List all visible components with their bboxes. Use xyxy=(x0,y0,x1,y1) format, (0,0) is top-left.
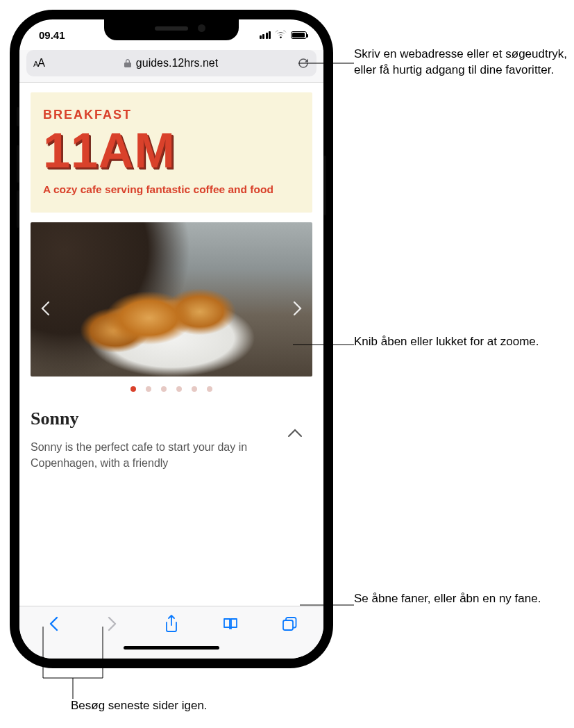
screen: 09.41 AA guide xyxy=(19,19,323,659)
web-content[interactable]: BREAKFAST 11AM A cozy cafe serving fanta… xyxy=(19,83,323,606)
article: Sonny Sonny is the perfect cafe to start… xyxy=(31,404,312,471)
reader-text-size-button[interactable]: AA xyxy=(33,57,44,69)
carousel-prev-button[interactable] xyxy=(35,298,56,319)
forward-button[interactable] xyxy=(97,609,128,639)
svg-rect-0 xyxy=(283,620,293,630)
callout-history: Besøg seneste sider igen. xyxy=(71,697,208,713)
collapse-icon[interactable] xyxy=(287,428,303,440)
lock-icon xyxy=(124,58,132,68)
article-body: Sonny is the perfect cafe to start your … xyxy=(31,439,312,471)
image-carousel[interactable] xyxy=(31,222,312,395)
bookmarks-button[interactable] xyxy=(215,609,246,639)
callout-url: Skriv en webadresse eller et søgeudtryk,… xyxy=(354,46,569,78)
wifi-icon xyxy=(275,31,287,39)
carousel-image xyxy=(31,222,312,377)
side-button xyxy=(323,156,326,215)
notch xyxy=(104,19,239,40)
callout-zoom: Knib åben eller lukket for at zoome. xyxy=(354,333,539,349)
browser-top-chrome: AA guides.12hrs.net xyxy=(19,50,323,83)
carousel-dot[interactable] xyxy=(192,386,197,392)
back-button[interactable] xyxy=(38,609,69,639)
phone-frame: 09.41 AA guide xyxy=(10,10,333,668)
carousel-dots xyxy=(31,377,312,395)
carousel-dot[interactable] xyxy=(176,386,182,392)
home-indicator[interactable] xyxy=(19,640,323,659)
url-domain: guides.12hrs.net xyxy=(136,57,218,69)
carousel-dot[interactable] xyxy=(146,386,151,392)
callout-tabs: Se åbne faner, eller åbn en ny fane. xyxy=(354,590,541,606)
hero-eyebrow: BREAKFAST xyxy=(43,108,300,122)
hero-banner: BREAKFAST 11AM A cozy cafe serving fanta… xyxy=(31,92,312,213)
status-time: 09.41 xyxy=(39,29,65,41)
carousel-next-button[interactable] xyxy=(287,298,308,319)
smart-search-field[interactable]: AA guides.12hrs.net xyxy=(26,50,316,76)
share-button[interactable] xyxy=(156,609,187,639)
browser-toolbar xyxy=(19,606,323,640)
cellular-signal-icon xyxy=(260,31,271,39)
carousel-dot[interactable] xyxy=(130,386,136,392)
reload-button[interactable] xyxy=(297,57,310,69)
tabs-button[interactable] xyxy=(274,609,305,639)
hero-subline: A cozy cafe serving fantastic coffee and… xyxy=(43,183,300,196)
carousel-dot[interactable] xyxy=(161,386,167,392)
battery-icon xyxy=(291,31,307,39)
hero-headline: 11AM xyxy=(43,126,300,175)
carousel-dot[interactable] xyxy=(207,386,212,392)
article-title: Sonny xyxy=(31,408,312,429)
